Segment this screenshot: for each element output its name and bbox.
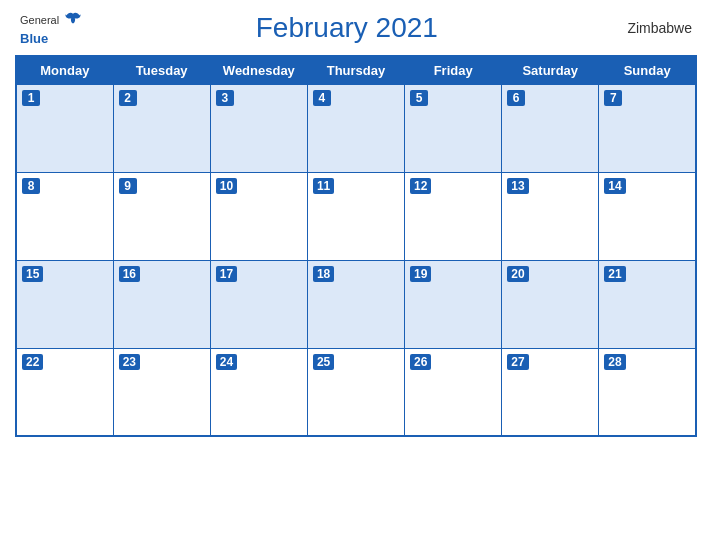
logo-area: General Blue: [20, 10, 82, 47]
week-row-1: 1 2 3 4 5 6 7: [16, 84, 696, 172]
day-28: 28: [599, 348, 696, 436]
day-11: 11: [307, 172, 404, 260]
header-monday: Monday: [16, 56, 113, 85]
header-thursday: Thursday: [307, 56, 404, 85]
day-21: 21: [599, 260, 696, 348]
day-19: 19: [405, 260, 502, 348]
week-row-3: 15 16 17 18 19 20 21: [16, 260, 696, 348]
day-20: 20: [502, 260, 599, 348]
day-6: 6: [502, 84, 599, 172]
logo-blue-text: Blue: [20, 29, 48, 47]
header-sunday: Sunday: [599, 56, 696, 85]
day-14: 14: [599, 172, 696, 260]
day-7: 7: [599, 84, 696, 172]
calendar-title: February 2021: [82, 12, 612, 44]
day-3: 3: [210, 84, 307, 172]
weekday-header-row: Monday Tuesday Wednesday Thursday Friday…: [16, 56, 696, 85]
day-8: 8: [16, 172, 113, 260]
day-24: 24: [210, 348, 307, 436]
day-15: 15: [16, 260, 113, 348]
day-16: 16: [113, 260, 210, 348]
calendar-header: General Blue February 2021 Zimbabwe: [15, 10, 697, 47]
logo-general: General: [20, 10, 82, 29]
calendar-container: General Blue February 2021 Zimbabwe Mond…: [0, 0, 712, 550]
week-row-4: 22 23 24 25 26 27 28: [16, 348, 696, 436]
day-23: 23: [113, 348, 210, 436]
country-label: Zimbabwe: [612, 20, 692, 36]
header-friday: Friday: [405, 56, 502, 85]
day-17: 17: [210, 260, 307, 348]
week-row-2: 8 9 10 11 12 13 14: [16, 172, 696, 260]
day-10: 10: [210, 172, 307, 260]
day-9: 9: [113, 172, 210, 260]
bird-icon: [64, 11, 82, 29]
header-saturday: Saturday: [502, 56, 599, 85]
day-1: 1: [16, 84, 113, 172]
day-12: 12: [405, 172, 502, 260]
day-22: 22: [16, 348, 113, 436]
title-area: February 2021: [82, 12, 612, 44]
calendar-grid: Monday Tuesday Wednesday Thursday Friday…: [15, 55, 697, 438]
day-27: 27: [502, 348, 599, 436]
day-2: 2: [113, 84, 210, 172]
header-tuesday: Tuesday: [113, 56, 210, 85]
header-wednesday: Wednesday: [210, 56, 307, 85]
day-25: 25: [307, 348, 404, 436]
day-26: 26: [405, 348, 502, 436]
day-18: 18: [307, 260, 404, 348]
day-4: 4: [307, 84, 404, 172]
day-5: 5: [405, 84, 502, 172]
day-13: 13: [502, 172, 599, 260]
